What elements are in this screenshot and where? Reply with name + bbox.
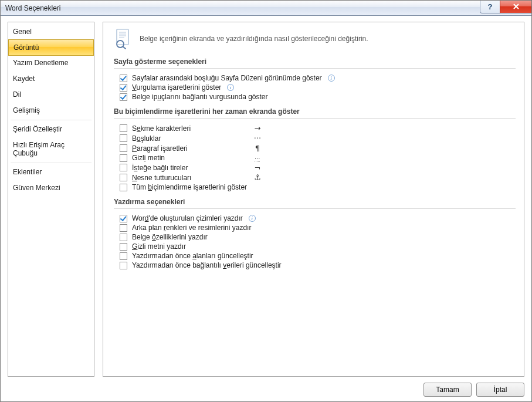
section-printing: Word'de oluşturulan çizimleri yazdıriArk… — [114, 214, 516, 270]
sidebar-item-label: Kaydet — [13, 75, 35, 83]
option-row: Belge özelliklerini yazdır — [114, 232, 516, 242]
formatting-symbol: ··· — [252, 134, 263, 143]
sidebar-item[interactable]: Eklentiler — [8, 164, 94, 180]
sidebar-item[interactable]: Güven Merkezi — [8, 180, 94, 196]
checkbox[interactable] — [120, 134, 127, 142]
checkbox[interactable] — [120, 75, 127, 82]
option-row: Yazdırmadan önce alanları güncelleştir — [114, 251, 516, 261]
ok-button[interactable]: Tamam — [423, 383, 472, 397]
panel-header: Belge içeriğinin ekranda ve yazdırıldığı… — [114, 28, 516, 49]
option-label[interactable]: Paragraf işaretleri — [132, 144, 188, 153]
main-panel: Belge içeriğinin ekranda ve yazdırıldığı… — [103, 22, 524, 377]
svg-rect-0 — [117, 29, 128, 45]
option-label[interactable]: Belge özelliklerini yazdır — [132, 233, 208, 241]
dialog-footer: Tamam İptal — [8, 377, 524, 397]
option-row: Belge ipuçlarını bağlantı vurgusunda gös… — [114, 92, 516, 102]
option-label[interactable]: Vurgulama işaretlerini göster — [132, 83, 221, 92]
content-row: GenelGörüntüYazım DenetlemeKaydetDilGeli… — [8, 22, 524, 377]
sidebar-item-label: Şeridi Özelleştir — [13, 125, 62, 133]
checkbox[interactable] — [120, 144, 127, 152]
section-page-display: Sayfalar arasındaki boşluğu Sayfa Düzeni… — [114, 73, 516, 102]
checkbox[interactable] — [120, 174, 127, 181]
checkbox[interactable] — [120, 154, 127, 162]
option-row: Sekme karakterleri→ — [114, 123, 516, 133]
sidebar-item-label: Görüntü — [13, 43, 39, 52]
sidebar-item-label: Genel — [13, 28, 32, 36]
section-page-display-title: Sayfa gösterme seçenekleri — [114, 58, 516, 69]
sidebar-item[interactable]: Yazım Denetleme — [8, 55, 94, 71]
option-row: Arka plan renkleri ve resimlerini yazdır — [114, 223, 516, 232]
option-label[interactable]: İsteğe bağlı tireler — [132, 164, 188, 172]
checkbox[interactable] — [120, 164, 127, 171]
option-label[interactable]: Sekme karakterleri — [132, 124, 191, 133]
options-dialog: Word Seçenekleri ? GenelGörüntüYazım Den… — [0, 0, 532, 402]
sidebar-item[interactable]: Kaydet — [8, 71, 94, 87]
option-row: İsteğe bağlı tireler¬ — [114, 163, 516, 173]
checkbox[interactable] — [120, 234, 127, 241]
option-label[interactable]: Sayfalar arasındaki boşluğu Sayfa Düzeni… — [132, 74, 322, 82]
option-label[interactable]: Gizli metni yazdır — [132, 242, 186, 251]
option-label[interactable]: Nesne tutturucuları — [132, 174, 191, 182]
close-button[interactable] — [500, 1, 531, 13]
sidebar-item-label: Güven Merkezi — [13, 184, 60, 192]
checkbox[interactable] — [120, 262, 127, 269]
option-label[interactable]: Yazdırmadan önce alanları güncelleştir — [132, 252, 253, 260]
section-printing-title: Yazdırma seçenekleri — [114, 198, 516, 209]
panel-header-text: Belge içeriğinin ekranda ve yazdırıldığı… — [140, 35, 368, 43]
sidebar-item[interactable]: Dil — [8, 87, 94, 103]
option-row: Gizli metni yazdır — [114, 242, 516, 251]
option-row: Sayfalar arasındaki boşluğu Sayfa Düzeni… — [114, 73, 516, 83]
sidebar-item-label: Eklentiler — [13, 168, 42, 176]
sidebar-item-label: Yazım Denetleme — [13, 59, 68, 67]
category-sidebar: GenelGörüntüYazım DenetlemeKaydetDilGeli… — [8, 22, 94, 377]
sidebar-item[interactable]: Hızlı Erişim Araç Çubuğu — [8, 137, 94, 161]
checkbox[interactable] — [120, 243, 127, 251]
titlebar: Word Seçenekleri ? — [1, 1, 531, 16]
checkbox[interactable] — [120, 224, 127, 232]
help-icon: ? — [488, 2, 493, 11]
option-label[interactable]: Arka plan renkleri ve resimlerini yazdır — [132, 224, 251, 232]
sidebar-separator — [11, 120, 92, 120]
sidebar-separator — [11, 163, 92, 163]
option-row: Gizli metin⋯ — [114, 153, 516, 163]
section-formatting: Sekme karakterleri→Boşluklar···Paragraf … — [114, 123, 516, 192]
option-label[interactable]: Yazdırmadan önce bağlantılı verileri gün… — [132, 261, 282, 269]
cancel-button[interactable]: İptal — [476, 383, 524, 397]
info-icon[interactable]: i — [249, 215, 256, 222]
option-label[interactable]: Belge ipuçlarını bağlantı vurgusunda gös… — [132, 93, 268, 101]
option-row: Tüm biçimlendirme işaretlerini göster — [114, 183, 516, 192]
option-label[interactable]: Gizli metin — [132, 154, 165, 162]
checkbox[interactable] — [120, 215, 127, 222]
option-label[interactable]: Word'de oluşturulan çizimleri yazdır — [132, 214, 243, 222]
option-row: Paragraf işaretleri¶ — [114, 143, 516, 153]
formatting-symbol: ⋯ — [252, 155, 263, 161]
dialog-title: Word Seçenekleri — [5, 4, 61, 12]
close-icon — [513, 4, 520, 10]
option-row: Yazdırmadan önce bağlantılı verileri gün… — [114, 261, 516, 270]
option-row: Vurgulama işaretlerini gösteri — [114, 83, 516, 92]
formatting-symbol: → — [252, 124, 263, 133]
titlebar-buttons: ? — [480, 1, 531, 13]
checkbox[interactable] — [120, 84, 127, 92]
section-formatting-title: Bu biçimlendirme işaretlerini her zaman … — [114, 107, 516, 119]
checkbox[interactable] — [120, 124, 127, 132]
option-label[interactable]: Tüm biçimlendirme işaretlerini göster — [132, 183, 247, 191]
checkbox[interactable] — [120, 184, 127, 191]
info-icon[interactable]: i — [328, 75, 335, 82]
option-row: Word'de oluşturulan çizimleri yazdıri — [114, 214, 516, 223]
sidebar-item[interactable]: Gelişmiş — [8, 103, 94, 119]
checkbox[interactable] — [120, 252, 127, 260]
formatting-symbol: ¶ — [252, 144, 263, 153]
option-label[interactable]: Boşluklar — [132, 134, 161, 143]
formatting-symbol: ⚓ — [252, 173, 263, 182]
help-button[interactable]: ? — [480, 1, 500, 13]
checkbox[interactable] — [120, 93, 127, 101]
sidebar-item[interactable]: Genel — [8, 24, 94, 40]
sidebar-item-label: Dil — [13, 90, 21, 99]
info-icon[interactable]: i — [227, 84, 234, 91]
sidebar-item-label: Hızlı Erişim Araç Çubuğu — [13, 141, 65, 157]
sidebar-item[interactable]: Şeridi Özelleştir — [8, 121, 94, 137]
sidebar-item[interactable]: Görüntü — [8, 39, 94, 56]
sidebar-item-label: Gelişmiş — [13, 106, 40, 114]
option-row: Nesne tutturucuları⚓ — [114, 173, 516, 183]
